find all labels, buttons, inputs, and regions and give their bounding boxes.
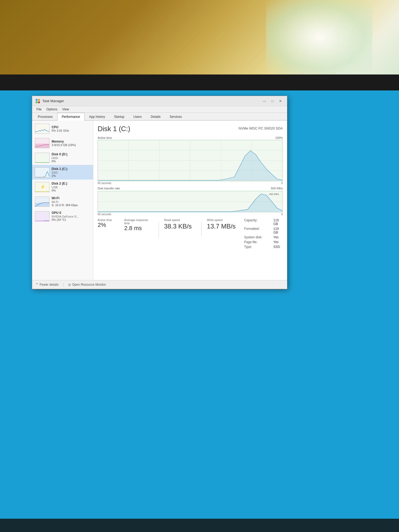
sidebar-item-disk2[interactable]: ⚡ Disk 2 (E:) USB 0% — [32, 180, 93, 194]
svg-rect-0 — [36, 99, 38, 101]
capacity-key: Capacity: — [244, 218, 268, 226]
sidebar-item-memory[interactable]: Memory 3.0/15.9 GB (19%) — [32, 136, 93, 150]
read-speed-block: Read speed 38.3 KB/s — [164, 218, 196, 230]
sidebar-item-disk0[interactable]: Disk 0 (D:) HDD 0% — [32, 150, 93, 165]
disk0-pct: 0% — [52, 160, 90, 163]
tab-users[interactable]: Users — [129, 113, 146, 120]
svg-marker-24 — [98, 194, 282, 212]
task-manager-window: Task Manager — □ ✕ File Options View Pro… — [32, 96, 287, 289]
svg-rect-4 — [35, 124, 49, 134]
wifi-label: Wi-Fi — [52, 196, 90, 200]
disk1-label: Disk 1 (C:) — [52, 167, 90, 171]
window-title: Task Manager — [42, 99, 64, 103]
content-area: CPU 5% 3.91 GHz Memory 3.0/15.9 GB (19%) — [32, 120, 287, 280]
disk2-label: Disk 2 (E:) — [52, 182, 90, 185]
fewer-details-text: Fewer details — [40, 283, 59, 286]
sidebar-item-cpu[interactable]: CPU 5% 3.91 GHz — [32, 122, 93, 136]
resource-monitor-icon: ⊙ — [68, 283, 71, 287]
tab-apphistory[interactable]: App history — [85, 113, 110, 120]
stats-row: Active time 2% Average response time 2.8… — [98, 218, 283, 250]
open-resource-monitor-link[interactable]: ⊙ Open Resource Monitor — [68, 283, 106, 287]
chevron-up-icon: ⌃ — [35, 282, 39, 287]
chart2-right: 0 — [281, 213, 283, 216]
title-bar: Task Manager — □ ✕ — [32, 96, 287, 106]
svg-rect-1 — [38, 99, 40, 101]
read-speed-value: 38.3 KB/s — [164, 223, 196, 230]
sidebar-item-wifi[interactable]: Wi-Fi Wi-Fi S: 16.0 R: 384 Kbps — [32, 194, 93, 209]
disk2-pct: 0% — [52, 189, 90, 192]
bottom-bar: ⌃ Fewer details | ⊙ Open Resource Monito… — [32, 280, 287, 289]
formatted-key: Formatted: — [244, 227, 268, 234]
active-time-stat: Active time 2% — [98, 218, 119, 228]
minimize-button[interactable]: — — [261, 98, 268, 104]
tab-performance[interactable]: Performance — [57, 113, 85, 120]
menu-options[interactable]: Options — [44, 107, 59, 112]
svg-rect-2 — [36, 101, 38, 103]
wifi-thumbnail — [35, 197, 49, 207]
cpu-thumbnail — [35, 124, 49, 134]
info-capacity: Capacity: 119 GB — [244, 218, 283, 226]
page-file-key: Page file: — [244, 240, 268, 244]
chart2-time: 60 seconds — [98, 213, 111, 216]
tab-services[interactable]: Services — [165, 113, 186, 120]
read-speed-label: Read speed — [164, 218, 196, 222]
sidebar-item-disk1[interactable]: Disk 1 (C:) SSD 2% — [32, 165, 93, 180]
gpu-model: NVIDIA GeForce G... — [52, 215, 90, 218]
disk0-type: HDD — [52, 156, 90, 160]
formatted-val: 119 GB — [273, 227, 283, 234]
avg-response-stat: Average response time 2.8 ms — [124, 218, 153, 232]
sidebar: CPU 5% 3.91 GHz Memory 3.0/15.9 GB (19%) — [32, 120, 93, 280]
bottom-separator: | — [63, 282, 64, 287]
svg-text:450 KB/s: 450 KB/s — [269, 193, 279, 196]
type-val: SSD — [273, 245, 280, 249]
write-speed-value: 13.7 MB/s — [207, 223, 239, 230]
svg-rect-3 — [38, 101, 40, 103]
memory-thumbnail — [35, 138, 49, 148]
taskmanager-icon — [35, 99, 40, 103]
menu-bar: File Options View — [32, 106, 287, 113]
svg-text:⚡: ⚡ — [40, 185, 45, 189]
svg-rect-12 — [35, 203, 49, 207]
tab-details[interactable]: Details — [146, 113, 165, 120]
chart1-right: 0 — [281, 182, 283, 185]
system-disk-key: System disk: — [244, 235, 268, 239]
sidebar-item-gpu[interactable]: GPU 0 NVIDIA GeForce G... 0% (34 °C) — [32, 209, 93, 223]
disk0-thumbnail — [35, 153, 49, 163]
disk1-type: SSD — [52, 171, 90, 174]
active-time-chart — [98, 140, 283, 181]
disk1-thumbnail — [35, 167, 49, 177]
open-resource-monitor-text: Open Resource Monitor — [72, 283, 106, 286]
memory-stats: 3.0/15.9 GB (19%) — [52, 143, 90, 147]
page-file-val: Yes — [273, 240, 279, 244]
info-type: Type: SSD — [244, 245, 283, 249]
system-disk-val: Yes — [273, 235, 279, 239]
avg-response-label: Average response time — [124, 218, 153, 225]
svg-rect-8 — [35, 168, 49, 177]
active-time-label: Active time — [98, 136, 112, 139]
disk2-type: USB — [52, 186, 90, 189]
fewer-details-link[interactable]: ⌃ Fewer details — [35, 282, 59, 287]
info-page-file: Page file: Yes — [244, 240, 283, 244]
transfer-rate-section: Disk transfer rate 500 KB/s 450 KB/s 60 … — [98, 187, 283, 216]
disk0-label: Disk 0 (D:) — [52, 152, 90, 156]
window-controls: — □ ✕ — [261, 98, 284, 104]
type-key: Type: — [244, 245, 268, 249]
menu-view[interactable]: View — [60, 107, 71, 112]
active-time-max: 100% — [275, 136, 283, 139]
menu-file[interactable]: File — [34, 107, 44, 112]
transfer-rate-chart: 450 KB/s — [98, 191, 283, 212]
avg-response-value: 2.8 ms — [124, 225, 153, 232]
disk-title: Disk 1 (C:) — [98, 125, 130, 133]
close-button[interactable]: ✕ — [277, 98, 284, 104]
transfer-rate-max: 500 KB/s — [271, 187, 283, 190]
tab-startup[interactable]: Startup — [110, 113, 129, 120]
info-table: Capacity: 119 GB Formatted: 119 GB Syste… — [244, 218, 283, 250]
write-speed-block: Write speed 13.7 MB/s — [207, 218, 239, 230]
svg-rect-13 — [35, 211, 49, 221]
tab-processes[interactable]: Processes — [33, 113, 57, 120]
gpu-pct: 0% (34 °C) — [52, 218, 90, 221]
svg-rect-7 — [35, 153, 49, 163]
maximize-button[interactable]: □ — [269, 98, 276, 104]
transfer-rate-label: Disk transfer rate — [98, 187, 120, 190]
wifi-detail: S: 16.0 R: 384 Kbps — [52, 203, 90, 207]
